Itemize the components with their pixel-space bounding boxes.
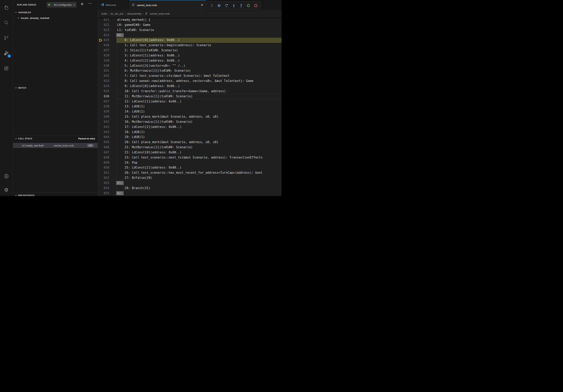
line-text[interactable]: 17: LdConst[2](address: 0x00..)	[116, 125, 282, 130]
line-number[interactable]: 635	[98, 89, 116, 94]
code-line[interactable]: 634 9: LdConst[0](address: 0x00..)	[98, 84, 282, 89]
line-text[interactable]: 27: BrFalse(29)	[116, 175, 282, 181]
line-text[interactable]: 15: Call place_mark(&mut Scenario, addre…	[116, 114, 282, 119]
line-number[interactable]: 622	[98, 23, 116, 28]
code-line[interactable]: 646 21: MutBorrowLoc[1](ts#1#0: Scenario…	[98, 145, 282, 150]
code-line[interactable]: 625 0: LdConst[0](address: 0x00..)	[98, 38, 282, 43]
code-line[interactable]: 650 25: LdConst[2](address: 0x00..)	[98, 165, 282, 170]
line-number[interactable]: 653	[98, 181, 116, 186]
line-number[interactable]: 627	[98, 48, 116, 53]
line-number[interactable]: 634	[98, 84, 116, 89]
line-text[interactable]: L0: game#2#0: Game	[116, 23, 282, 28]
line-number[interactable]: 623	[98, 28, 116, 33]
line-number[interactable]: 638	[98, 104, 116, 109]
code-line[interactable]: 651 26: Call test_scenario::has_most_rec…	[98, 170, 282, 175]
line-text[interactable]: 7: Call test_scenario::ctx(&mut Scenario…	[116, 73, 282, 78]
line-text[interactable]: 3: LdConst[1](address: 0x00..)	[116, 53, 282, 58]
line-number[interactable]: 646	[98, 145, 116, 150]
extensions-icon[interactable]	[0, 63, 13, 73]
step-out-icon[interactable]	[238, 2, 245, 9]
code-line[interactable]: 629 4: LdConst[2](address: 0x00..)	[98, 58, 282, 63]
line-number[interactable]: 636	[98, 94, 116, 99]
explorer-icon[interactable]	[0, 2, 13, 13]
line-text[interactable]: 22: LdConst[0](address: 0x00..)	[116, 150, 282, 155]
source-control-icon[interactable]	[0, 33, 13, 43]
code-line[interactable]: 655B2:	[98, 191, 282, 196]
line-number[interactable]: 651	[98, 170, 116, 175]
variables-header[interactable]: VARIABLES	[13, 10, 98, 15]
account-icon[interactable]	[0, 171, 13, 181]
line-number[interactable]: 630	[98, 63, 116, 68]
breadcrumb-item[interactable]: tic_tac_toe	[111, 12, 123, 15]
line-text[interactable]: 12: LdConst[1](address: 0x00..)	[116, 99, 282, 104]
settings-gear-icon[interactable]: ⚙	[0, 185, 13, 195]
line-text[interactable]: 23: Call test_scenario::next_tx(&mut Sce…	[116, 155, 282, 160]
line-text[interactable]: 0: LdConst[0](address: 0x00..)	[116, 38, 282, 43]
stack-frame-row[interactable]: already_marked owned_tests.mvb 625	[13, 143, 98, 148]
code-line[interactable]: 640 15: Call place_mark(&mut Scenario, a…	[98, 114, 282, 119]
debug-settings-gear-icon[interactable]: ⚙	[81, 2, 83, 6]
line-text[interactable]: 26: Call test_scenario::has_most_recent_…	[116, 170, 282, 175]
breadcrumb-item[interactable]: owned_tests.mvb	[150, 12, 170, 15]
variables-scope-row[interactable]: locals: already_marked	[13, 15, 98, 21]
line-number[interactable]: 629	[98, 58, 116, 63]
breadcrumb-item[interactable]: build	[102, 12, 107, 15]
code-line[interactable]: 649 24: Pop	[98, 160, 282, 165]
code-line[interactable]: 623L1: ts#1#0: Scenario	[98, 28, 282, 33]
line-number[interactable]: 637	[98, 99, 116, 104]
line-text[interactable]: 18: LdU8(1)	[116, 130, 282, 135]
line-text[interactable]: 24: Pop	[116, 160, 282, 165]
line-text[interactable]: 10: Call transfer::public_transfer<Game>…	[116, 89, 282, 94]
code-area[interactable]: 621already_marked() {622L0: game#2#0: Ga…	[98, 17, 282, 196]
line-text[interactable]: 19: LdU8(1)	[116, 135, 282, 140]
code-line[interactable]: 628 3: LdConst[1](address: 0x00..)	[98, 53, 282, 58]
line-number[interactable]: 640	[98, 114, 116, 119]
line-text[interactable]: 13: LdU8(1)	[116, 104, 282, 109]
line-text[interactable]: 1: Call test_scenario::begin(address): S…	[116, 43, 282, 48]
line-text[interactable]: 9: LdConst[0](address: 0x00..)	[116, 84, 282, 89]
search-icon[interactable]	[0, 18, 13, 28]
debug-config-dropdown[interactable]: No Configurations	[47, 2, 77, 8]
code-line[interactable]: 637 12: LdConst[1](address: 0x00..)	[98, 99, 282, 104]
line-number[interactable]: 628	[98, 53, 116, 58]
code-line[interactable]: 626 1: Call test_scenario::begin(address…	[98, 43, 282, 48]
code-line[interactable]: 632 7: Call test_scenario::ctx(&mut Scen…	[98, 73, 282, 78]
line-number[interactable]: 632	[98, 73, 116, 78]
line-text[interactable]: 2: StLoc[1](ts#1#0: Scenario)	[116, 48, 282, 53]
line-text[interactable]: 5: LdConst[3](vector<u8>: "" /..)	[116, 63, 282, 68]
line-number[interactable]: 650	[98, 165, 116, 170]
code-line[interactable]: 633 8: Call owned::new(address, address,…	[98, 78, 282, 84]
more-actions-icon[interactable]: ···	[88, 1, 92, 6]
code-line[interactable]: 621already_marked() {	[98, 17, 282, 23]
step-into-icon[interactable]	[230, 2, 238, 9]
line-number[interactable]: 642	[98, 125, 116, 130]
line-text[interactable]: 20: Call place_mark(&mut Scenario, addre…	[116, 140, 282, 145]
code-line[interactable]: 627 2: StLoc[1](ts#1#0: Scenario)	[98, 48, 282, 53]
code-line[interactable]: 643 18: LdU8(1)	[98, 130, 282, 135]
line-number[interactable]: 639	[98, 109, 116, 114]
line-text[interactable]: 8: Call owned::new(address, address, vec…	[116, 78, 282, 84]
watch-header[interactable]: WATCH	[13, 85, 98, 91]
code-line[interactable]: 631 6: MutBorrowLoc[1](ts#1#0: Scenario)	[98, 68, 282, 73]
code-line[interactable]: 653B1:	[98, 181, 282, 186]
line-text[interactable]: 4: LdConst[2](address: 0x00..)	[116, 58, 282, 63]
code-line[interactable]: 635 10: Call transfer::public_transfer<G…	[98, 89, 282, 94]
line-text[interactable]: already_marked() {	[116, 17, 282, 23]
start-debug-button[interactable]	[47, 2, 52, 8]
toolbar-drag-grip[interactable]	[208, 2, 216, 9]
breakpoints-header[interactable]: BREAKPOINTS	[13, 193, 98, 196]
line-number[interactable]: 652	[98, 175, 116, 181]
line-number[interactable]: 645	[98, 140, 116, 145]
line-number[interactable]: 624	[98, 33, 116, 38]
tab-owned-tests[interactable]: owned_tests.mvb ✕	[129, 0, 206, 10]
code-line[interactable]: 636 11: MutBorrowLoc[1](ts#1#0: Scenario…	[98, 94, 282, 99]
run-and-debug-icon[interactable]: 1	[0, 48, 13, 58]
line-number[interactable]: 649	[98, 160, 116, 165]
line-text[interactable]: 6: MutBorrowLoc[1](ts#1#0: Scenario)	[116, 68, 282, 73]
line-text[interactable]: 16: MutBorrowLoc[1](ts#1#0: Scenario)	[116, 119, 282, 125]
line-number[interactable]: 641	[98, 119, 116, 125]
code-line[interactable]: 647 22: LdConst[0](address: 0x00..)	[98, 150, 282, 155]
line-text[interactable]: 25: LdConst[2](address: 0x00..)	[116, 165, 282, 170]
code-line[interactable]: 622L0: game#2#0: Game	[98, 23, 282, 28]
line-text[interactable]: L1: ts#1#0: Scenario	[116, 28, 282, 33]
